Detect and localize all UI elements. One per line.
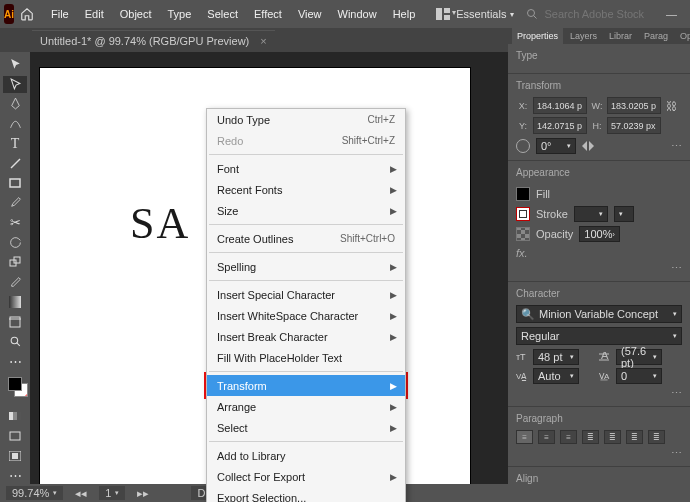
ctx-insert-break-character[interactable]: Insert Break Character▶	[207, 326, 405, 347]
paintbrush-tool[interactable]	[3, 195, 27, 212]
ctx-collect-for-export[interactable]: Collect For Export▶	[207, 466, 405, 487]
character-more-icon[interactable]: ⋯	[516, 387, 682, 400]
selection-tool[interactable]	[3, 56, 27, 73]
artboard-prev[interactable]: ◂◂	[75, 487, 87, 500]
ctx-fill-with-placeholder-text[interactable]: Fill With PlaceHolder Text	[207, 347, 405, 368]
font-style-select[interactable]: Regular▾	[516, 327, 682, 345]
menu-select[interactable]: Select	[200, 4, 245, 24]
home-icon[interactable]	[20, 7, 34, 21]
align-center-button[interactable]: ≡	[538, 430, 555, 444]
fill-swatch[interactable]	[516, 187, 530, 201]
menu-view[interactable]: View	[291, 4, 329, 24]
justify-right-button[interactable]: ≣	[626, 430, 643, 444]
menu-help[interactable]: Help	[386, 4, 423, 24]
color-mode[interactable]	[3, 408, 27, 425]
ctx-redo[interactable]: RedoShift+Ctrl+Z	[207, 130, 405, 151]
ctx-select[interactable]: Select▶	[207, 417, 405, 438]
menu-type[interactable]: Type	[161, 4, 199, 24]
document-tab-label: Untitled-1* @ 99.74% (RGB/GPU Preview)	[40, 35, 249, 47]
text-object[interactable]: SA	[130, 198, 190, 249]
w-input[interactable]: 183.0205 p	[607, 97, 661, 114]
line-tool[interactable]	[3, 155, 27, 172]
scissors-tool[interactable]: ✂	[3, 214, 27, 231]
workspace-switcher[interactable]: Essentials ▾	[456, 8, 514, 20]
scale-tool[interactable]	[3, 254, 27, 271]
y-input[interactable]: 142.0715 p	[533, 117, 587, 134]
draw-mode[interactable]	[3, 428, 27, 445]
ctx-insert-special-character[interactable]: Insert Special Character▶	[207, 284, 405, 305]
pen-tool[interactable]	[3, 96, 27, 113]
artboard-next[interactable]: ▸▸	[137, 487, 149, 500]
flip-h-icon[interactable]	[582, 141, 594, 151]
tab-paragraph[interactable]: Parag	[639, 28, 673, 44]
curvature-tool[interactable]	[3, 115, 27, 132]
search-stock[interactable]	[526, 8, 654, 20]
ctx-insert-whitespace-character[interactable]: Insert WhiteSpace Character▶	[207, 305, 405, 326]
menu-file[interactable]: File	[44, 4, 76, 24]
ctx-size[interactable]: Size▶	[207, 200, 405, 221]
ctx-add-to-library[interactable]: Add to Library	[207, 445, 405, 466]
opacity-swatch[interactable]	[516, 227, 530, 241]
menu-object[interactable]: Object	[113, 4, 159, 24]
close-tab-icon[interactable]: ×	[260, 35, 266, 47]
ctx-font[interactable]: Font▶	[207, 158, 405, 179]
tab-opentype[interactable]: Open	[675, 28, 690, 44]
ctx-create-outlines[interactable]: Create OutlinesShift+Ctrl+O	[207, 228, 405, 249]
ctx-spelling[interactable]: Spelling▶	[207, 256, 405, 277]
search-input[interactable]	[544, 8, 654, 20]
tracking-input[interactable]: 0▾	[616, 368, 662, 384]
type-tool[interactable]: T	[3, 135, 27, 152]
maximize-button[interactable]: □	[684, 8, 690, 21]
font-size-input[interactable]: 48 pt▾	[533, 349, 579, 365]
paragraph-more-icon[interactable]: ⋯	[516, 447, 682, 460]
angle-input[interactable]: 0°▾	[536, 138, 576, 154]
align-right-button[interactable]: ≡	[560, 430, 577, 444]
more-tools[interactable]: ⋯	[3, 353, 27, 370]
color-swatches[interactable]	[8, 377, 22, 405]
justify-all-button[interactable]: ≣	[648, 430, 665, 444]
foreground-swatch[interactable]	[8, 377, 22, 391]
ctx-recent-fonts[interactable]: Recent Fonts▶	[207, 179, 405, 200]
ctx-undo-type[interactable]: Undo TypeCtrl+Z	[207, 109, 405, 130]
ctx-transform[interactable]: Transform▶	[207, 375, 405, 396]
zoom-tool[interactable]	[3, 333, 27, 350]
tab-layers[interactable]: Layers	[565, 28, 602, 44]
title-bar: Ai File Edit Object Type Select Effect V…	[0, 0, 690, 28]
screen-mode[interactable]	[3, 447, 27, 464]
artboard-tool[interactable]	[3, 313, 27, 330]
eyedropper-tool[interactable]	[3, 274, 27, 291]
tab-libraries[interactable]: Librar	[604, 28, 637, 44]
edit-toolbar[interactable]: ⋯	[3, 467, 27, 484]
direct-selection-tool[interactable]	[3, 76, 27, 93]
stroke-style[interactable]: ▾	[614, 206, 634, 222]
stroke-weight[interactable]: ▾	[574, 206, 608, 222]
menu-window[interactable]: Window	[331, 4, 384, 24]
link-wh-icon[interactable]: ⛓	[664, 100, 678, 112]
rectangle-tool[interactable]	[3, 175, 27, 192]
justify-left-button[interactable]: ≣	[582, 430, 599, 444]
appearance-more-icon[interactable]: ⋯	[516, 262, 682, 275]
x-input[interactable]: 184.1064 p	[533, 97, 587, 114]
h-input[interactable]: 57.0239 px	[607, 117, 661, 134]
arrange-docs-icon[interactable]: ▾	[436, 8, 456, 20]
document-tab[interactable]: Untitled-1* @ 99.74% (RGB/GPU Preview) ×	[32, 30, 275, 51]
ctx-arrange[interactable]: Arrange▶	[207, 396, 405, 417]
justify-center-button[interactable]: ≣	[604, 430, 621, 444]
minimize-button[interactable]: —	[662, 8, 680, 21]
more-options-icon[interactable]: ⋯	[671, 140, 682, 153]
menu-edit[interactable]: Edit	[78, 4, 111, 24]
kerning-input[interactable]: Auto▾	[533, 368, 579, 384]
menu-effect[interactable]: Effect	[247, 4, 289, 24]
ctx-export-selection-[interactable]: Export Selection...	[207, 487, 405, 502]
artboard-select[interactable]: 1▾	[99, 486, 125, 500]
rotate-tool[interactable]	[3, 234, 27, 251]
stroke-swatch[interactable]	[516, 207, 530, 221]
gradient-tool[interactable]	[3, 294, 27, 311]
zoom-select[interactable]: 99.74%▾	[6, 486, 63, 500]
align-left-button[interactable]: ≡	[516, 430, 533, 444]
font-family-select[interactable]: 🔍Minion Variable Concept▾	[516, 305, 682, 323]
fx-row[interactable]: fx.	[516, 244, 682, 262]
opacity-input[interactable]: 100%›	[579, 226, 619, 242]
leading-input[interactable]: (57.6 pt)▾	[616, 349, 662, 365]
tab-properties[interactable]: Properties	[512, 28, 563, 44]
